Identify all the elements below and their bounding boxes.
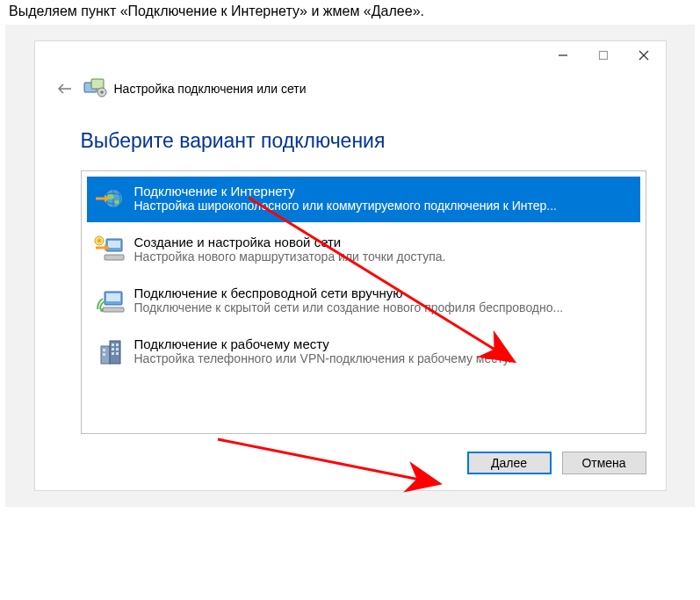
svg-point-8 xyxy=(100,90,104,94)
svg-rect-30 xyxy=(103,349,105,351)
svg-rect-19 xyxy=(106,293,120,301)
wizard-window: Настройка подключения или сети Выберите … xyxy=(34,40,667,491)
option-title: Подключение к рабочему месту xyxy=(134,336,635,351)
back-arrow-icon[interactable] xyxy=(54,78,76,99)
wireless-icon xyxy=(92,286,127,317)
wizard-title: Настройка подключения или сети xyxy=(114,82,307,96)
svg-rect-29 xyxy=(116,352,119,355)
window-titlebar xyxy=(35,41,666,69)
option-desc: Настройка нового маршрутизатора или точк… xyxy=(134,249,635,264)
button-row: Далее Отмена xyxy=(35,434,666,483)
option-create-network[interactable]: Создание и настройка новой сети Настройк… xyxy=(87,229,640,273)
new-network-icon xyxy=(92,235,127,266)
option-title: Создание и настройка новой сети xyxy=(134,235,635,249)
svg-rect-14 xyxy=(108,241,120,248)
instruction-text: Выделяем пункт «Подключение к Интернету»… xyxy=(0,0,700,25)
svg-rect-23 xyxy=(110,341,120,364)
option-desc: Настройка широкополосного или коммутируе… xyxy=(134,199,635,213)
svg-point-21 xyxy=(100,308,104,312)
option-workplace[interactable]: Подключение к рабочему месту Настройка т… xyxy=(87,331,640,375)
globe-icon xyxy=(92,184,127,215)
minimize-button[interactable] xyxy=(543,42,583,69)
wizard-header: Настройка подключения или сети xyxy=(35,69,666,103)
network-settings-icon xyxy=(84,79,105,98)
close-button[interactable] xyxy=(624,42,664,69)
screenshot-frame: Настройка подключения или сети Выберите … xyxy=(5,25,695,507)
option-title: Подключение к Интернету xyxy=(134,184,635,199)
svg-rect-15 xyxy=(105,255,124,260)
svg-rect-20 xyxy=(103,307,124,312)
option-internet-connection[interactable]: Подключение к Интернету Настройка широко… xyxy=(87,177,640,222)
option-desc: Настройка телефонного или VPN-подключени… xyxy=(134,351,635,365)
page-heading: Выберите вариант подключения xyxy=(35,103,666,170)
svg-rect-28 xyxy=(112,352,114,355)
svg-rect-25 xyxy=(116,343,119,346)
svg-point-11 xyxy=(114,200,119,204)
options-panel: Подключение к Интернету Настройка широко… xyxy=(81,170,646,434)
cancel-button[interactable]: Отмена xyxy=(562,452,646,474)
workplace-icon xyxy=(92,336,127,368)
next-button[interactable]: Далее xyxy=(467,452,552,474)
svg-rect-1 xyxy=(599,52,607,60)
option-title: Подключение к беспроводной сети вручную xyxy=(134,286,635,300)
svg-rect-26 xyxy=(112,348,114,351)
svg-rect-24 xyxy=(112,343,114,346)
option-desc: Подключение к скрытой сети или создание … xyxy=(134,300,635,314)
option-wireless-manual[interactable]: Подключение к беспроводной сети вручную … xyxy=(87,280,640,324)
svg-rect-27 xyxy=(116,348,119,351)
svg-rect-6 xyxy=(91,79,104,89)
svg-rect-31 xyxy=(103,353,105,356)
maximize-button[interactable] xyxy=(583,42,624,69)
